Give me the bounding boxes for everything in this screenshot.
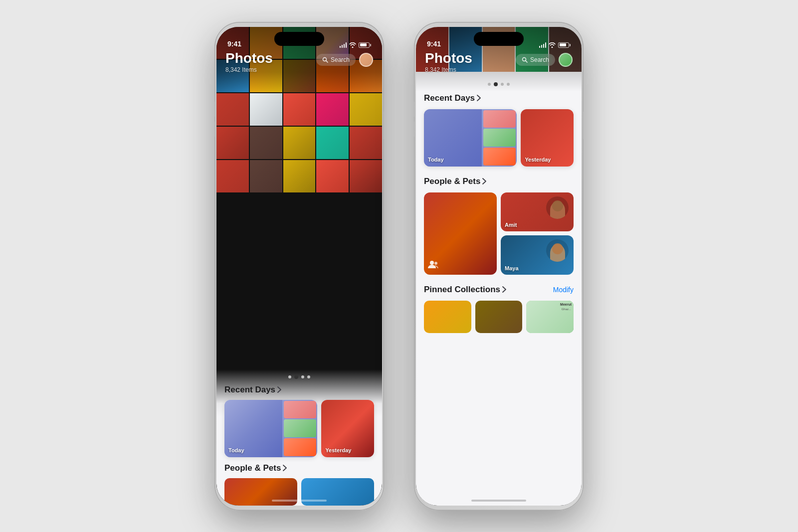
yesterday-label-2: Yesterday	[525, 157, 551, 163]
today-side-2	[284, 419, 316, 437]
recent-days-header-1: Recent Days	[224, 385, 374, 395]
home-bar-line-2	[471, 500, 526, 502]
grid-photo-11[interactable]	[216, 93, 249, 126]
grid-photo-15[interactable]	[350, 93, 382, 126]
svg-line-3	[526, 61, 527, 62]
header-title-row-2: Photos 8,342 Items Search	[425, 51, 573, 74]
amit-head-2	[552, 200, 563, 211]
signal-bar-2-1	[539, 46, 541, 48]
title-group-2: Photos 8,342 Items	[425, 51, 472, 74]
amit-card-2[interactable]: Amit	[501, 192, 574, 231]
people-grid-2: Amit Maya	[424, 192, 574, 275]
power-button-2	[583, 112, 584, 139]
pagination-dots-1	[224, 375, 374, 385]
status-time-2: 9:41	[427, 40, 441, 48]
yesterday-card-1[interactable]: Yesterday	[321, 400, 374, 457]
grid-photo-12[interactable]	[250, 93, 282, 126]
signal-bar-4	[346, 42, 347, 48]
grid-photo-20[interactable]	[350, 127, 382, 159]
status-icons-2	[539, 42, 571, 48]
today-side-1	[284, 401, 316, 419]
people-pets-title-2: People & Pets	[424, 177, 480, 186]
side-3-2	[483, 148, 516, 166]
grid-photo-22[interactable]	[250, 160, 282, 192]
avatar-2[interactable]	[559, 53, 573, 67]
volume-up-button	[214, 102, 215, 117]
yesterday-card-2[interactable]: Yesterday	[521, 109, 574, 167]
recent-days-header-2: Recent Days	[424, 93, 574, 103]
signal-icon-1	[340, 42, 347, 48]
phone2-content: Recent Days Today	[416, 72, 582, 506]
today-card-1[interactable]: Today	[224, 400, 317, 457]
modify-button-2[interactable]: Modify	[553, 286, 574, 294]
grid-photo-23[interactable]	[283, 160, 316, 192]
maya-face-2	[546, 239, 569, 262]
status-icons-1	[340, 42, 372, 48]
volume-up-button-2	[414, 102, 414, 117]
dot-1-1	[288, 375, 291, 378]
power-button	[384, 112, 384, 139]
grid-photo-18[interactable]	[283, 127, 316, 159]
map-text-2: Ghaz...	[562, 308, 571, 311]
home-bar-line-1	[272, 500, 327, 502]
photos-header-2: Photos 8,342 Items Search	[416, 51, 582, 74]
grid-photo-16[interactable]	[216, 127, 249, 159]
day-cards-1: Today Yesterday	[224, 400, 374, 457]
avatar-1[interactable]	[359, 53, 373, 67]
title-group-1: Photos 8,342 Items	[225, 51, 273, 74]
map-text: Meerut	[560, 303, 572, 307]
search-label-2: Search	[530, 56, 549, 63]
search-icon-1	[322, 57, 328, 63]
side-1-2	[483, 110, 516, 128]
side-2-2	[483, 129, 516, 147]
photos-title-2: Photos	[425, 51, 472, 66]
volume-down-button	[214, 122, 215, 137]
signal-bar-2-4	[545, 42, 547, 48]
pinned-chevron-2	[502, 286, 506, 293]
recent-days-chevron-1	[277, 386, 281, 393]
wifi-icon-1	[349, 42, 356, 48]
pinned-collections-header-2: Pinned Collections Modify	[424, 285, 574, 295]
grid-photo-21[interactable]	[216, 160, 249, 192]
grid-photo-13[interactable]	[283, 93, 316, 126]
grid-photo-17[interactable]	[250, 127, 282, 159]
grid-photo-25[interactable]	[350, 160, 382, 192]
pinned-card-3[interactable]: Meerut Ghaz...	[526, 301, 574, 333]
photos-header-1: Photos 8,342 Items Search	[216, 51, 382, 74]
people-pets-header-1: People & Pets	[224, 463, 374, 473]
recent-days-chevron-2	[477, 95, 481, 101]
maya-name-2: Maya	[505, 265, 519, 271]
people-chevron-2	[482, 178, 486, 184]
pinned-title-group: Pinned Collections	[424, 285, 506, 295]
person-card-large-2[interactable]	[424, 192, 497, 275]
header-controls-2: Search	[516, 53, 573, 67]
search-pill-1[interactable]: Search	[316, 54, 356, 66]
amit-name-2: Amit	[505, 222, 517, 228]
yesterday-label-1: Yesterday	[325, 447, 351, 453]
signal-bar-2	[342, 45, 343, 48]
signal-bar-1	[340, 46, 341, 48]
screen-bezel-2: 9:41	[416, 27, 582, 506]
signal-bar-2-2	[541, 45, 543, 48]
grid-photo-14[interactable]	[316, 93, 349, 126]
phone-1: 9:41	[214, 22, 384, 511]
signal-bar-3	[344, 44, 345, 48]
dot-1-4	[307, 375, 310, 378]
svg-point-0	[323, 57, 326, 61]
search-pill-2[interactable]: Search	[516, 54, 555, 66]
today-side-photos	[284, 401, 316, 456]
today-label-2: Today	[428, 157, 444, 163]
pinned-title-2: Pinned Collections	[424, 285, 500, 295]
pinned-card-1[interactable]	[424, 301, 471, 333]
item-count-1: 8,342 Items	[225, 66, 273, 73]
svg-point-5	[434, 262, 437, 265]
grid-photo-24[interactable]	[316, 160, 349, 192]
header-title-row-1: Photos 8,342 Items Search	[225, 51, 373, 74]
recent-days-title-1: Recent Days	[224, 385, 275, 395]
pinned-card-2[interactable]	[475, 301, 523, 333]
volume-down-button-2	[414, 122, 414, 137]
today-card-2[interactable]: Today	[424, 109, 517, 167]
grid-photo-19[interactable]	[316, 127, 349, 159]
home-bar-2	[416, 500, 582, 502]
maya-card-2[interactable]: Maya	[501, 235, 574, 275]
